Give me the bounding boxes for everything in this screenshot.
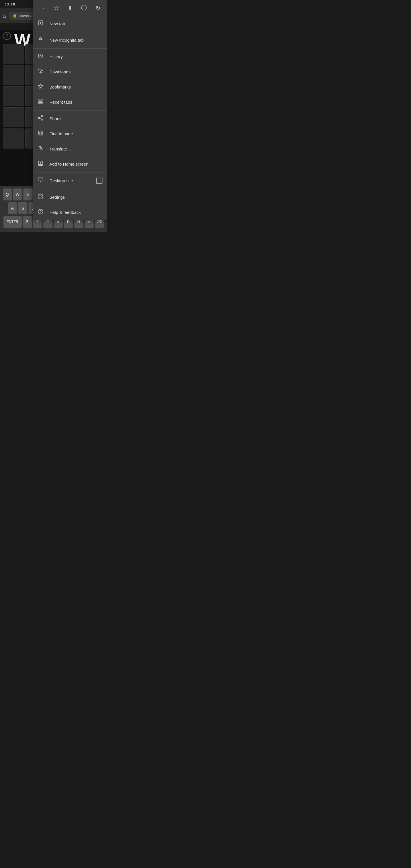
menu-item-add-to-home[interactable]: Add to Home screen [33, 156, 107, 172]
svg-line-21 [41, 134, 42, 135]
status-time: 13:15 [5, 2, 15, 7]
menu-label-incognito: New Incognito tab [50, 38, 102, 42]
divider-3 [33, 110, 107, 111]
menu-item-find-in-page[interactable]: Find in page [33, 126, 107, 141]
key-a[interactable]: A [8, 202, 17, 214]
page-help-icon: ? [3, 32, 11, 40]
history-icon [37, 53, 44, 60]
settings-icon [37, 194, 44, 201]
menu-label-add-to-home: Add to Home screen [50, 162, 102, 166]
menu-label-help-feedback: Help & feedback [50, 210, 102, 215]
menu-label-bookmarks: Bookmarks [50, 85, 102, 89]
divider-2 [33, 48, 107, 49]
help-icon [37, 209, 44, 216]
menu-label-share: Share… [50, 116, 102, 121]
svg-point-28 [40, 196, 41, 197]
forward-icon[interactable]: → [37, 3, 48, 12]
key-s[interactable]: S [18, 202, 27, 214]
svg-rect-25 [38, 178, 43, 181]
desktop-site-icon [37, 177, 44, 184]
grid-cell-9 [3, 128, 24, 149]
menu-label-find-in-page: Find in page [50, 131, 102, 136]
divider-4 [33, 172, 107, 173]
recent-tabs-icon [37, 98, 44, 106]
svg-line-17 [40, 118, 41, 119]
svg-point-15 [38, 117, 40, 119]
translate-icon [37, 145, 44, 152]
menu-label-history: History [50, 54, 102, 59]
menu-item-new-incognito-tab[interactable]: New Incognito tab [33, 33, 107, 48]
downloads-icon [37, 68, 44, 75]
grid-cell-3 [3, 65, 24, 85]
menu-item-settings[interactable]: Settings [33, 190, 107, 205]
find-in-page-icon [37, 130, 44, 137]
menu-label-translate: Translate… [50, 147, 102, 151]
menu-label-desktop-site: Desktop site [50, 178, 91, 183]
menu-item-desktop-site[interactable]: Desktop site [33, 173, 107, 188]
grid-cell-5 [3, 86, 24, 106]
context-menu: → ☆ ⬇ ⓘ ↻ New tab New Incognito tab Hist… [33, 0, 107, 220]
menu-label-recent-tabs: Recent tabs [50, 100, 102, 104]
svg-point-20 [40, 132, 42, 134]
incognito-icon [37, 36, 44, 44]
desktop-site-checkbox[interactable] [96, 178, 102, 184]
menu-label-new-tab: New tab [50, 21, 102, 26]
bookmarks-icon [37, 83, 44, 91]
grid-cell-1 [3, 44, 24, 64]
menu-item-history[interactable]: History [33, 49, 107, 64]
svg-rect-12 [39, 100, 42, 102]
divider-5 [33, 189, 107, 189]
svg-rect-7 [39, 38, 42, 38]
home-button[interactable]: ⌂ [3, 12, 6, 19]
svg-marker-10 [38, 84, 43, 89]
key-e[interactable]: E [23, 188, 33, 200]
svg-point-14 [41, 116, 43, 117]
menu-item-downloads[interactable]: Downloads [33, 64, 107, 80]
divider-1 [33, 32, 107, 32]
grid-cell-7 [3, 107, 24, 127]
add-home-icon [37, 160, 44, 167]
key-w[interactable]: W [13, 188, 22, 200]
menu-toolbar: → ☆ ⬇ ⓘ ↻ [33, 0, 107, 16]
lock-icon: 🔒 [12, 14, 17, 18]
bookmark-star-icon[interactable]: ☆ [52, 3, 61, 12]
new-tab-icon [37, 20, 44, 27]
key-enter[interactable]: ENTER [3, 216, 22, 228]
key-q[interactable]: Q [3, 188, 12, 200]
menu-item-bookmarks[interactable]: Bookmarks [33, 80, 107, 94]
menu-label-settings: Settings [50, 195, 102, 199]
svg-line-18 [40, 117, 41, 117]
menu-item-new-tab[interactable]: New tab [33, 16, 107, 31]
info-icon[interactable]: ⓘ [79, 3, 89, 13]
svg-rect-11 [38, 99, 43, 103]
download-icon[interactable]: ⬇ [65, 3, 75, 12]
address-text: powerlan [19, 13, 35, 18]
share-icon [37, 115, 44, 122]
svg-point-16 [41, 119, 43, 120]
menu-item-share[interactable]: Share… [33, 111, 107, 126]
menu-item-recent-tabs[interactable]: Recent tabs [33, 94, 107, 110]
menu-label-downloads: Downloads [50, 69, 102, 74]
menu-item-translate[interactable]: Translate… [33, 141, 107, 156]
menu-item-help-feedback[interactable]: Help & feedback [33, 205, 107, 220]
refresh-icon[interactable]: ↻ [93, 3, 103, 12]
key-z[interactable]: Z [23, 216, 32, 228]
